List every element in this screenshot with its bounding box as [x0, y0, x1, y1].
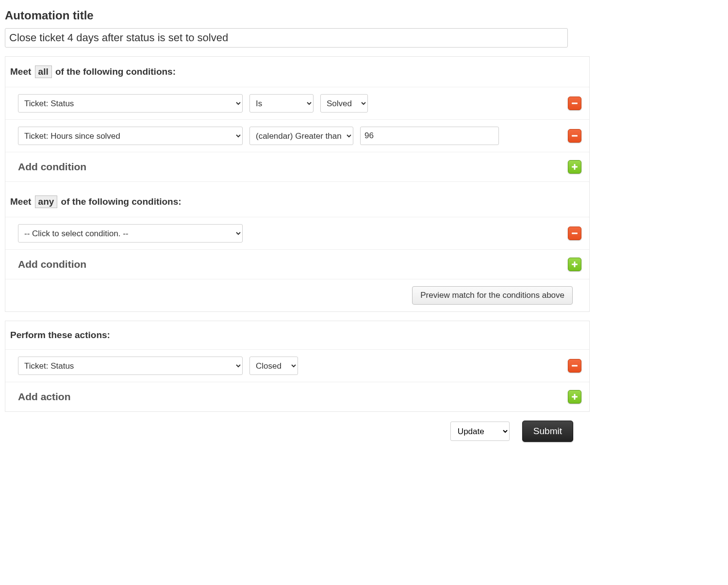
meet-prefix: Meet — [10, 66, 31, 77]
svg-rect-4 — [572, 233, 578, 234]
add-condition-label: Add condition — [18, 161, 86, 173]
add-condition-row: Add condition — [5, 152, 589, 182]
svg-rect-0 — [572, 103, 578, 104]
minus-icon — [571, 229, 579, 237]
footer-row: Update Submit — [5, 412, 590, 447]
svg-rect-3 — [572, 166, 578, 168]
meet-all-header: Meet all of the following conditions: — [5, 57, 589, 87]
condition-field-select[interactable]: -- Click to select condition. -- — [18, 224, 243, 243]
add-condition-button[interactable] — [568, 160, 581, 174]
plus-icon — [571, 163, 579, 171]
condition-operator-select[interactable]: (calendar) Greater than — [249, 127, 353, 145]
condition-value-input[interactable] — [360, 127, 499, 145]
condition-value-select[interactable]: Solved — [320, 94, 368, 113]
action-row: Ticket: Status Closed — [5, 349, 589, 382]
remove-condition-button[interactable] — [568, 97, 581, 110]
plus-icon — [571, 393, 579, 401]
any-tag: any — [35, 195, 58, 208]
add-condition-label: Add condition — [18, 259, 86, 270]
action-field-select[interactable]: Ticket: Status — [18, 357, 243, 375]
condition-field-select[interactable]: Ticket: Status — [18, 94, 243, 113]
remove-condition-button[interactable] — [568, 129, 581, 143]
condition-row: -- Click to select condition. -- — [5, 217, 589, 250]
meet-prefix: Meet — [10, 196, 31, 207]
condition-field-select[interactable]: Ticket: Hours since solved — [18, 127, 243, 145]
meet-suffix: of the following conditions: — [55, 66, 176, 77]
preview-match-button[interactable]: Preview match for the conditions above — [412, 286, 573, 305]
svg-rect-6 — [572, 264, 578, 265]
actions-panel: Perform these actions: Ticket: Status Cl… — [5, 321, 590, 412]
svg-rect-9 — [572, 396, 578, 398]
condition-operator-select[interactable]: Is — [249, 94, 314, 113]
add-condition-row: Add condition — [5, 250, 589, 279]
minus-icon — [571, 99, 579, 107]
condition-row: Ticket: Hours since solved (calendar) Gr… — [5, 120, 589, 152]
plus-icon — [571, 260, 579, 268]
action-value-select[interactable]: Closed — [249, 357, 298, 375]
submit-button[interactable]: Submit — [522, 421, 573, 442]
add-action-button[interactable] — [568, 390, 581, 404]
condition-row: Ticket: Status Is Solved — [5, 87, 589, 120]
svg-rect-1 — [572, 135, 578, 137]
remove-action-button[interactable] — [568, 359, 581, 373]
meet-any-header: Meet any of the following conditions: — [5, 182, 589, 217]
automation-title-input[interactable] — [5, 28, 568, 48]
automation-title-label: Automation title — [5, 9, 590, 22]
actions-header: Perform these actions: — [5, 321, 589, 349]
meet-suffix: of the following conditions: — [61, 196, 182, 207]
svg-rect-7 — [572, 365, 578, 367]
conditions-panel: Meet all of the following conditions: Ti… — [5, 56, 590, 312]
remove-condition-button[interactable] — [568, 227, 581, 240]
add-action-row: Add action — [5, 382, 589, 411]
minus-icon — [571, 362, 579, 370]
add-action-label: Add action — [18, 391, 71, 403]
all-tag: all — [35, 65, 52, 78]
footer-action-select[interactable]: Update — [450, 422, 510, 441]
minus-icon — [571, 132, 579, 140]
preview-row: Preview match for the conditions above — [5, 279, 589, 311]
add-condition-button[interactable] — [568, 258, 581, 271]
